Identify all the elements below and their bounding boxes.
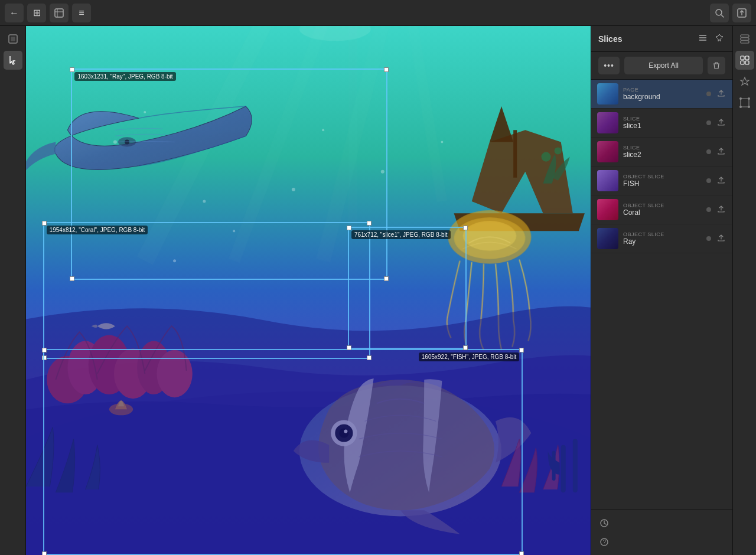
slice-thumb <box>597 228 618 249</box>
svg-rect-12 <box>513 130 517 178</box>
help-button[interactable]: ? <box>596 534 612 550</box>
slice-item[interactable]: Slice slice2 <box>591 138 732 166</box>
slice-status-dot <box>706 178 711 183</box>
svg-point-61 <box>748 106 750 108</box>
toolbar-right-group <box>710 4 751 22</box>
slices-pin-button[interactable] <box>713 32 725 45</box>
slice-export-button[interactable] <box>716 233 726 245</box>
delete-slice-button[interactable] <box>708 57 725 74</box>
svg-point-16 <box>125 139 129 144</box>
canvas-tool-button[interactable] <box>4 30 22 48</box>
slice-export-button[interactable] <box>716 146 726 158</box>
slice-status-dot <box>706 236 711 241</box>
slice-name: FISH <box>623 179 702 188</box>
slice-thumb <box>597 141 618 162</box>
main-content: 1603x1231, "Ray", JPEG, RGB 8-bit 1954x8… <box>0 26 756 555</box>
slice-export-button[interactable] <box>716 204 726 216</box>
svg-rect-8 <box>11 37 15 41</box>
svg-point-42 <box>233 230 235 232</box>
slice-export-button[interactable] <box>716 117 726 129</box>
canvas-area[interactable]: 1603x1231, "Ray", JPEG, RGB 8-bit 1954x8… <box>26 26 591 555</box>
transform-button[interactable] <box>735 93 754 112</box>
svg-point-59 <box>748 97 750 100</box>
svg-point-38 <box>322 129 324 131</box>
back-button[interactable]: ← <box>5 4 24 22</box>
slice-type: Page <box>623 87 702 93</box>
slice-item[interactable]: Object Slice Ray <box>591 224 732 253</box>
svg-rect-57 <box>741 99 749 107</box>
svg-point-13 <box>541 152 550 162</box>
layers-button[interactable] <box>735 30 754 48</box>
slice-name: slice1 <box>623 122 702 130</box>
slice-thumb <box>597 112 618 133</box>
slice-item[interactable]: Slice slice1 <box>591 109 732 138</box>
svg-point-58 <box>739 97 742 100</box>
main-toolbar: ← ⊞ ≡ <box>0 0 756 26</box>
svg-point-41 <box>173 259 176 262</box>
svg-rect-0 <box>55 9 63 17</box>
slice-export-button[interactable] <box>716 88 726 100</box>
effects-button[interactable] <box>735 72 754 91</box>
slice-status-dot <box>706 207 711 212</box>
svg-point-39 <box>381 170 384 174</box>
search-button[interactable] <box>710 4 729 22</box>
toolbar-left-group: ← ⊞ ≡ <box>5 4 91 22</box>
svg-line-4 <box>721 15 724 17</box>
svg-rect-56 <box>745 61 749 64</box>
svg-point-36 <box>144 111 146 113</box>
slice-name: Coral <box>623 208 702 217</box>
slice-thumb <box>597 199 618 220</box>
slice-item[interactable]: Object Slice FISH <box>591 166 732 195</box>
svg-rect-55 <box>741 61 744 64</box>
svg-point-60 <box>739 106 742 108</box>
slice-status-dot <box>706 92 711 96</box>
svg-rect-50 <box>741 35 749 37</box>
slice-type: Object Slice <box>623 231 702 237</box>
slices-title: Slices <box>598 34 692 44</box>
svg-text:?: ? <box>603 539 607 546</box>
svg-point-43 <box>292 188 295 191</box>
grid-button[interactable]: ⊞ <box>27 4 46 22</box>
export-button[interactable] <box>732 4 751 22</box>
svg-rect-53 <box>741 56 744 60</box>
slice-type: Slice <box>623 145 702 151</box>
left-tools-panel <box>0 26 26 555</box>
export-all-button[interactable]: Export All <box>624 57 703 74</box>
svg-rect-51 <box>741 38 749 40</box>
menu-button[interactable]: ≡ <box>72 4 91 22</box>
slice-type: Slice <box>623 116 702 122</box>
slice-status-dot <box>706 120 711 125</box>
slice-thumb <box>597 83 618 105</box>
svg-rect-52 <box>741 41 749 43</box>
slice-type: Object Slice <box>623 203 702 208</box>
slices-menu-button[interactable] <box>697 32 709 45</box>
slice-status-dot <box>706 149 711 154</box>
slices-view-button[interactable] <box>735 51 754 70</box>
slices-panel-header: Slices <box>591 26 732 52</box>
history-button[interactable] <box>596 515 612 531</box>
more-options-button[interactable]: ••• <box>598 57 620 74</box>
slice-name: background <box>623 93 702 101</box>
select-tool-button[interactable] <box>4 51 22 70</box>
svg-point-26 <box>463 221 517 250</box>
far-right-panel <box>732 26 756 555</box>
slice-name: slice2 <box>623 151 702 159</box>
svg-point-37 <box>203 200 206 203</box>
slice-type: Object Slice <box>623 174 702 179</box>
svg-point-35 <box>113 140 117 143</box>
edit-button[interactable] <box>50 4 69 22</box>
artwork-background: 1603x1231, "Ray", JPEG, RGB 8-bit 1954x8… <box>26 26 591 555</box>
slice-list: Page background Slice slice1 <box>591 80 732 510</box>
slice-export-button[interactable] <box>716 175 726 187</box>
bottom-panel: ? <box>591 510 732 555</box>
slice-thumb <box>597 170 618 191</box>
slice-item[interactable]: Page background <box>591 80 732 109</box>
slice-name: Ray <box>623 237 702 246</box>
slice-item[interactable]: Object Slice Coral <box>591 195 732 224</box>
svg-rect-54 <box>745 56 749 60</box>
svg-point-14 <box>555 147 562 154</box>
svg-point-40 <box>441 141 443 143</box>
slices-panel: Slices ••• Export All <box>591 26 732 555</box>
export-row: ••• Export All <box>591 52 732 80</box>
ocean-artwork-svg <box>26 26 591 555</box>
